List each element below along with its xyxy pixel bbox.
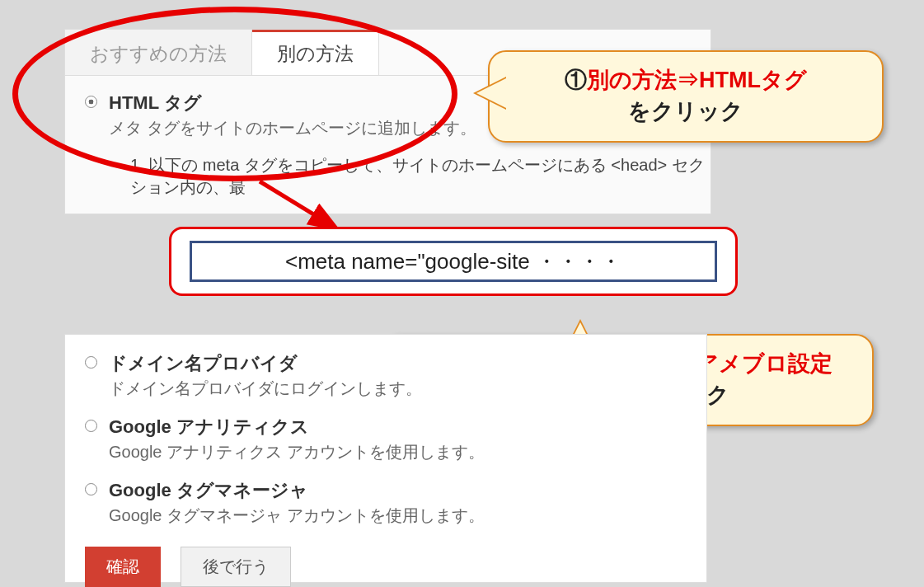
later-button[interactable]: 後で行う	[181, 547, 291, 587]
option-google-analytics[interactable]: Google アナリティクス Google アナリティクス アカウントを使用しま…	[85, 415, 706, 463]
domain-provider-desc: ドメイン名プロバイダにログインします。	[109, 378, 422, 400]
code-box-container: <meta name="google-site ・・・・	[169, 227, 738, 296]
radio-html-tag[interactable]	[85, 96, 97, 108]
tab-other[interactable]: 別の方法	[252, 30, 379, 75]
confirm-button[interactable]: 確認	[85, 547, 161, 587]
radio-domain-provider[interactable]	[85, 356, 97, 369]
option-google-tag-manager[interactable]: Google タグマネージャ Google タグマネージャ アカウントを使用しま…	[85, 478, 706, 527]
tab-recommended[interactable]: おすすめの方法	[65, 30, 252, 75]
button-row: 確認 後で行う	[65, 542, 706, 587]
domain-provider-title: ドメイン名プロバイダ	[109, 351, 422, 376]
google-analytics-desc: Google アナリティクス アカウントを使用します。	[109, 441, 485, 463]
meta-tag-instruction: 1. 以下の meta タグをコピーして、サイトのホームページにある <head…	[130, 154, 711, 199]
callout1-red: 別の方法⇒HTMLタグ	[587, 68, 807, 92]
html-tag-desc: メタ タグをサイトのホームページに追加します。	[109, 117, 476, 139]
html-tag-title: HTML タグ	[109, 91, 476, 115]
meta-tag-code[interactable]: <meta name="google-site ・・・・	[190, 241, 717, 282]
radio-google-analytics[interactable]	[85, 420, 97, 432]
google-tag-manager-desc: Google タグマネージャ アカウントを使用します。	[109, 505, 485, 527]
callout-step1: ①別の方法⇒HTMLタグ をクリック	[488, 50, 884, 143]
option-domain-provider[interactable]: ドメイン名プロバイダ ドメイン名プロバイダにログインします。	[85, 351, 706, 400]
callout1-black: をクリック	[628, 99, 743, 124]
other-options-list: ドメイン名プロバイダ ドメイン名プロバイダにログインします。 Google アナ…	[65, 335, 706, 527]
google-tag-manager-title: Google タグマネージャ	[109, 478, 485, 503]
callout1-num: ①	[565, 68, 587, 92]
google-analytics-title: Google アナリティクス	[109, 415, 485, 439]
verification-panel-bottom: ドメイン名プロバイダ ドメイン名プロバイダにログインします。 Google アナ…	[64, 334, 707, 583]
radio-google-tag-manager[interactable]	[85, 483, 97, 495]
